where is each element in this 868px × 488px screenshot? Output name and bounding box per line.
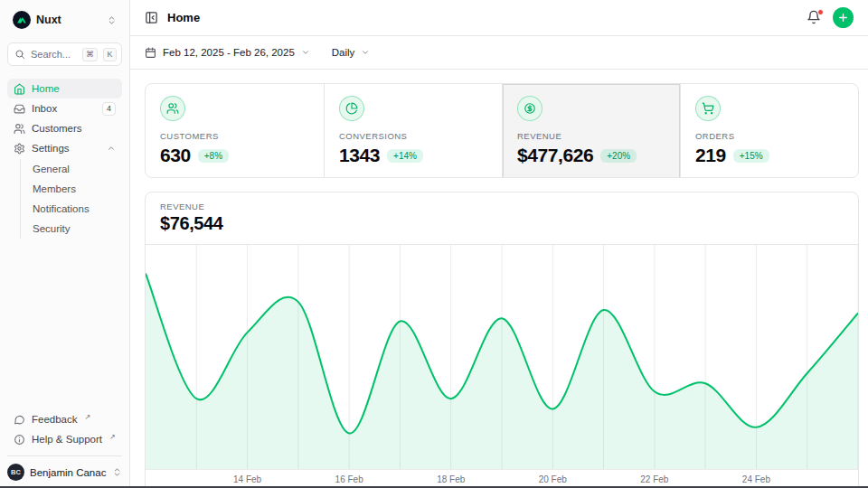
page-header: Home [130,0,868,36]
search-input[interactable]: Search... ⌘ K [7,42,122,66]
collapse-sidebar-icon[interactable] [145,11,158,24]
stat-value: 1343 [339,145,380,166]
nuxt-logo-icon [13,11,31,29]
stat-delta-badge: +20% [600,149,637,163]
x-axis-label: 22 Feb [640,474,668,484]
date-range-label: Feb 12, 2025 - Feb 26, 2025 [163,47,295,58]
stat-delta-badge: +14% [387,149,423,163]
x-axis-label: 24 Feb [742,474,770,484]
info-circle-icon [14,434,25,446]
search-placeholder: Search... [31,49,77,60]
stat-label: CONVERSIONS [339,131,487,141]
home-icon [14,83,25,95]
kbd-cmd: ⌘ [82,48,98,61]
filters-toolbar: Feb 12, 2025 - Feb 26, 2025 Daily [130,36,868,70]
stat-delta-badge: +8% [198,149,229,163]
revenue-area-chart[interactable] [146,245,858,469]
dashboard-app: Nuxt Search... ⌘ K Home [0,0,868,488]
chart-header: REVENUE $76,544 [146,192,858,245]
external-link-icon: ↗ [109,433,116,441]
header-actions [807,7,854,28]
x-axis-label: 20 Feb [539,474,567,484]
gear-icon [14,143,25,155]
sidebar-spacer [7,239,122,397]
chevron-up-icon [107,144,116,153]
search-icon [14,49,25,60]
sidebar-nav: Home Inbox 4 Customers Settings [7,79,122,239]
stat-conversions[interactable]: CONVERSIONS 1343 +14% [324,84,502,178]
sidebar-item-home[interactable]: Home [7,79,122,99]
page-title: Home [167,11,797,24]
avatar: BC [7,464,24,481]
sidebar-item-settings[interactable]: Settings [7,138,122,158]
area-chart-svg [146,245,858,469]
stat-customers[interactable]: CUSTOMERS 630 +8% [146,84,324,178]
dollar-circle-icon [517,96,542,121]
settings-subnav: General Members Notifications Security [20,159,122,239]
stats-row: CUSTOMERS 630 +8% CONVERSIONS 1343 +14% [145,83,859,178]
calendar-icon [145,47,156,59]
sidebar-item-customers[interactable]: Customers [7,118,122,138]
stat-label: ORDERS [695,131,844,141]
notification-dot [817,9,824,15]
stat-value: 630 [160,145,191,166]
x-axis: 14 Feb16 Feb18 Feb20 Feb22 Feb24 Feb [146,469,858,488]
user-name: Benjamin Canac [30,467,107,478]
stat-label: REVENUE [517,131,665,141]
external-link-icon: ↗ [85,413,91,421]
chart-metric-label: REVENUE [160,202,844,211]
stat-value: 219 [695,145,726,166]
users-icon [14,123,25,135]
stat-delta-badge: +15% [733,149,769,163]
inbox-count-badge: 4 [102,102,116,116]
message-circle-icon [14,414,25,426]
sidebar-item-help-support[interactable]: Help & Support ↗ [7,429,122,449]
notifications-button[interactable] [807,10,822,25]
x-axis-label: 16 Feb [335,474,363,484]
sidebar-item-inbox[interactable]: Inbox 4 [7,99,122,118]
x-axis-label: 18 Feb [437,474,465,484]
granularity-select[interactable]: Daily [332,47,371,58]
inbox-icon [14,103,25,115]
chevron-down-icon [361,48,370,57]
workspace-switcher[interactable]: Nuxt [7,9,122,31]
date-range-button[interactable]: Feb 12, 2025 - Feb 26, 2025 [145,47,310,59]
users-icon [160,96,185,121]
sidebar-item-general[interactable]: General [29,159,122,179]
stat-revenue[interactable]: REVENUE $477,626 +20% [502,84,680,178]
sidebar-footer-nav: Feedback ↗ Help & Support ↗ [7,409,122,449]
chevron-down-icon [301,48,310,57]
stat-orders[interactable]: ORDERS 219 +15% [680,84,858,178]
sidebar-item-members[interactable]: Members [29,179,122,199]
pie-chart-icon [339,96,364,121]
sidebar-item-security[interactable]: Security [29,219,122,239]
granularity-label: Daily [332,47,355,58]
kbd-k: K [103,48,117,61]
stat-value: $477,626 [517,145,593,166]
chevrons-up-down-icon [112,467,122,477]
x-axis-label: 14 Feb [233,474,261,484]
plus-icon [837,12,849,23]
chevrons-up-down-icon [107,15,117,25]
sidebar: Nuxt Search... ⌘ K Home [0,0,130,488]
sidebar-item-notifications[interactable]: Notifications [29,199,122,219]
user-menu-button[interactable]: BC Benjamin Canac [7,455,122,481]
workspace-name: Nuxt [36,14,101,26]
chart-metric-value: $76,544 [160,213,844,234]
page-content: CUSTOMERS 630 +8% CONVERSIONS 1343 +14% [130,70,868,488]
main-panel: Home Feb 12, 2025 - Feb 26, 2025 [130,0,868,488]
stat-label: CUSTOMERS [160,131,309,141]
shopping-cart-icon [695,96,721,121]
sidebar-item-feedback[interactable]: Feedback ↗ [7,409,122,429]
add-button[interactable] [833,7,854,28]
revenue-chart-card: REVENUE $76,544 14 Feb16 Feb18 Feb20 Feb… [145,192,859,488]
